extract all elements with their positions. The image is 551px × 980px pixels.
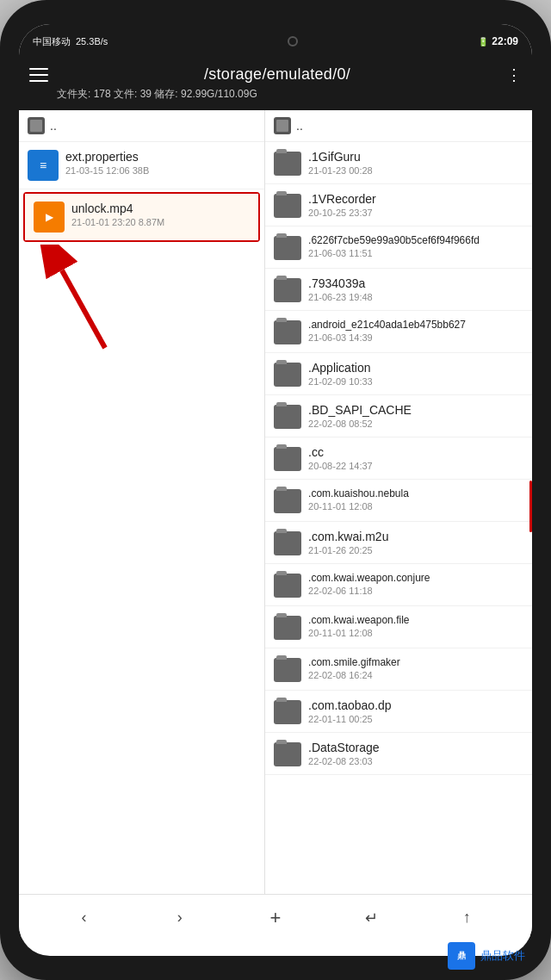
file-name-ext: ext.properties <box>65 150 256 164</box>
folder-meta-8: 20-11-01 12:08 <box>308 501 523 512</box>
folder-info-4: .android_e21c40ada1eb475bb627 21-06-03 1… <box>308 319 523 343</box>
folder-meta-4: 21-06-03 14:39 <box>308 332 523 343</box>
folder-name-14: .DataStorage <box>308 741 523 754</box>
folder-info-14: .DataStorage 22-02-08 23:03 <box>308 741 523 766</box>
add-button[interactable]: + <box>260 902 291 933</box>
folder-info-9: .com.kwai.m2u 21-01-26 20:25 <box>308 530 523 555</box>
status-left: 中国移动 25.3B/s <box>33 35 108 48</box>
folder-meta-2: 21-06-03 11:51 <box>308 248 523 258</box>
file-manager: .. ext.properties 21-03-15 12:06 38B <box>19 110 532 894</box>
folder-icon-14 <box>274 742 301 766</box>
folder-meta-5: 21-02-09 10:33 <box>308 376 523 387</box>
carrier-text: 中国移动 <box>33 35 71 48</box>
folder-name-12: .com.smile.gifmaker <box>308 656 523 668</box>
hamburger-line-1 <box>29 68 48 70</box>
folder-name-8: .com.kuaishou.nebula <box>308 487 523 499</box>
file-item-unlock-mp4[interactable]: unlock.mp4 21-01-01 23:20 8.87M <box>25 194 258 240</box>
file-item-ext-properties[interactable]: ext.properties 21-03-15 12:06 38B <box>19 142 264 189</box>
folder-icon-4 <box>274 320 301 344</box>
folder-list: .1GifGuru 21-01-23 00:28 .1VRecorder 20-… <box>265 142 532 775</box>
folder-item-10[interactable]: .com.kwai.weapon.conjure 22-02-06 11:18 <box>265 564 532 606</box>
svg-line-1 <box>62 270 105 348</box>
folder-item-14[interactable]: .DataStorage 22-02-08 23:03 <box>265 733 532 775</box>
folder-item-6[interactable]: .BD_SAPI_CACHE 22-02-08 08:52 <box>265 395 532 437</box>
folder-name-6: .BD_SAPI_CACHE <box>308 403 523 417</box>
file-meta-unlock: 21-01-01 23:20 8.87M <box>71 217 250 227</box>
storage-info: 文件夹: 178 文件: 39 储存: 92.99G/110.09G <box>57 87 522 102</box>
folder-item-2[interactable]: .6226f7cbe59e99a90b5cef6f94f966fd 21-06-… <box>265 226 532 269</box>
folder-icon-5 <box>274 363 301 387</box>
folder-meta-9: 21-01-26 20:25 <box>308 545 523 555</box>
right-folder-icon <box>274 117 291 134</box>
folder-item-13[interactable]: .com.taobao.dp 22-01-11 00:25 <box>265 691 532 733</box>
up-button[interactable]: ↑ <box>451 902 482 933</box>
folder-meta-0: 21-01-23 00:28 <box>308 165 523 176</box>
file-name-unlock: unlock.mp4 <box>71 202 250 215</box>
folder-name-2: .6226f7cbe59e99a90b5cef6f94f966fd <box>308 234 523 246</box>
video-icon <box>34 202 65 233</box>
folder-icon-3 <box>274 278 301 302</box>
folder-item-9[interactable]: .com.kwai.m2u 21-01-26 20:25 <box>265 522 532 564</box>
folder-icon-2 <box>274 236 301 260</box>
folder-item-4[interactable]: .android_e21c40ada1eb475bb627 21-06-03 1… <box>265 311 532 353</box>
folder-icon-9 <box>274 531 301 555</box>
watermark-brand: 鼎品软件 <box>480 948 525 964</box>
watermark: 鼎 鼎品软件 <box>448 942 525 970</box>
folder-item-1[interactable]: .1VRecorder 20-10-25 23:37 <box>265 184 532 226</box>
hamburger-line-3 <box>29 80 48 82</box>
right-panel-title: .. <box>296 119 303 133</box>
folder-item-3[interactable]: .7934039a 21-06-23 19:48 <box>265 269 532 311</box>
left-panel-header: .. <box>19 110 264 142</box>
folder-info-3: .7934039a 21-06-23 19:48 <box>308 276 523 302</box>
folder-info-11: .com.kwai.weapon.file 20-11-01 12:08 <box>308 614 523 638</box>
folder-name-0: .1GifGuru <box>308 150 523 164</box>
folder-info-10: .com.kwai.weapon.conjure 22-02-06 11:18 <box>308 572 523 596</box>
folder-name-1: .1VRecorder <box>308 192 523 206</box>
folder-item-12[interactable]: .com.smile.gifmaker 22-02-08 16:24 <box>265 648 532 691</box>
left-panel-title: .. <box>50 119 57 133</box>
folder-item-11[interactable]: .com.kwai.weapon.file 20-11-01 12:08 <box>265 606 532 648</box>
folder-icon-6 <box>274 405 301 429</box>
left-panel: .. ext.properties 21-03-15 12:06 38B <box>19 110 265 894</box>
folder-name-3: .7934039a <box>308 276 523 290</box>
file-meta-ext: 21-03-15 12:06 38B <box>65 165 256 176</box>
folder-name-9: .com.kwai.m2u <box>308 530 523 543</box>
right-panel: .. .1GifGuru 21-01-23 00:28 . <box>265 110 532 894</box>
app-bar-top: /storage/emulated/0/ ⋮ <box>29 65 522 84</box>
battery-icon: 🔋 <box>478 37 488 47</box>
forward-button[interactable]: › <box>164 902 195 933</box>
folder-info-5: .Application 21-02-09 10:33 <box>308 361 523 387</box>
right-panel-header: .. <box>265 110 532 142</box>
folder-item-5[interactable]: .Application 21-02-09 10:33 <box>265 353 532 395</box>
folder-meta-3: 21-06-23 19:48 <box>308 292 523 302</box>
folder-meta-12: 22-02-08 16:24 <box>308 670 523 680</box>
folder-info-8: .com.kuaishou.nebula 20-11-01 12:08 <box>308 487 523 512</box>
folder-icon-7 <box>274 447 301 471</box>
back-button[interactable]: ‹ <box>69 902 100 933</box>
folder-meta-7: 20-08-22 14:37 <box>308 461 523 471</box>
folder-item-8[interactable]: .com.kuaishou.nebula 20-11-01 12:08 <box>265 480 532 522</box>
folder-meta-11: 20-11-01 12:08 <box>308 628 523 638</box>
doc-icon <box>28 150 59 181</box>
camera-notch <box>288 36 298 47</box>
folder-name-5: .Application <box>308 361 523 375</box>
folder-item-7[interactable]: .cc 20-08-22 14:37 <box>265 437 532 480</box>
folder-name-10: .com.kwai.weapon.conjure <box>308 572 523 584</box>
folder-info-13: .com.taobao.dp 22-01-11 00:25 <box>308 698 523 724</box>
phone-screen: 中国移动 25.3B/s 🔋 22:09 /storage/emulated/0… <box>19 24 532 956</box>
folder-meta-10: 22-02-06 11:18 <box>308 586 523 596</box>
more-options-button[interactable]: ⋮ <box>506 67 522 83</box>
hamburger-menu-button[interactable] <box>29 68 48 82</box>
folder-item-0[interactable]: .1GifGuru 21-01-23 00:28 <box>265 142 532 184</box>
folder-icon-10 <box>274 574 301 598</box>
highlight-border: unlock.mp4 21-01-01 23:20 8.87M <box>23 192 260 242</box>
folder-info-6: .BD_SAPI_CACHE 22-02-08 08:52 <box>308 403 523 429</box>
folder-icon-13 <box>274 700 301 724</box>
app-bar: /storage/emulated/0/ ⋮ 文件夹: 178 文件: 39 储… <box>19 59 532 110</box>
folder-info-2: .6226f7cbe59e99a90b5cef6f94f966fd 21-06-… <box>308 234 523 258</box>
folder-icon-1 <box>274 194 301 218</box>
enter-button[interactable]: ↵ <box>356 902 387 933</box>
speed-text: 25.3B/s <box>76 36 108 47</box>
status-bar: 中国移动 25.3B/s 🔋 22:09 <box>19 24 532 59</box>
folder-name-13: .com.taobao.dp <box>308 698 523 712</box>
